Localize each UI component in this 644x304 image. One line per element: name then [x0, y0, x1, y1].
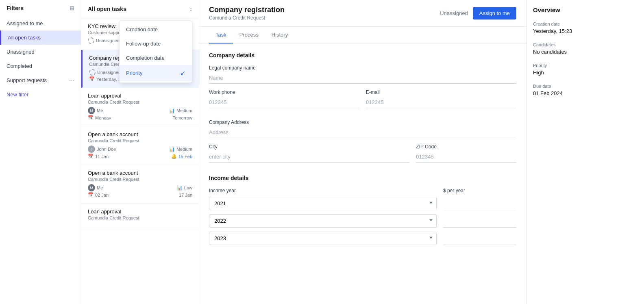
income-year-select-2021[interactable]: 2021 2022 2023 — [209, 197, 437, 210]
sidebar-item-assigned-to-me[interactable]: Assigned to me — [0, 16, 81, 30]
income-amount-2022[interactable] — [443, 215, 516, 228]
task-item-open-bank-account-1[interactable]: Open a bank account Camundia Credit Requ… — [81, 126, 199, 165]
sort-icon[interactable]: ↕ — [189, 6, 192, 12]
label-address: Company Address — [209, 119, 516, 125]
sidebar-title: Filters — [7, 5, 24, 11]
input-email[interactable] — [366, 97, 516, 108]
sidebar-item-unassigned[interactable]: Unassigned — [0, 45, 81, 59]
calendar-icon: 📅 — [88, 115, 94, 120]
task-date: Monday — [95, 115, 111, 120]
unassigned-circle-icon — [88, 37, 94, 44]
task-item-open-bank-account-2[interactable]: Open a bank account Camundia Credit Requ… — [81, 165, 199, 204]
income-year-select-wrapper-2022: 2021 2022 2023 — [209, 214, 437, 228]
task-priority: Medium — [176, 147, 192, 152]
income-amount-2021[interactable] — [443, 197, 516, 210]
calendar-icon: 📅 — [89, 76, 95, 82]
tab-history[interactable]: History — [265, 27, 294, 43]
company-details-title: Company details — [209, 52, 516, 59]
per-year-label: $ per year — [443, 188, 516, 193]
task-due-date: 17 Jan — [179, 193, 192, 198]
input-work-phone[interactable] — [209, 97, 359, 108]
form-group-company-name: Legal company name — [209, 65, 516, 84]
task-assignee-row: M Me — [88, 184, 103, 191]
input-city[interactable] — [209, 151, 409, 163]
task-priority: Low — [184, 185, 192, 190]
sidebar-item-support-requests[interactable]: Support requests ⋯ — [0, 73, 81, 87]
sidebar-item-completed[interactable]: Completed — [0, 59, 81, 73]
task-priority-row: 📊 Medium — [169, 108, 192, 113]
task-list-title: All open tasks — [88, 6, 126, 12]
tab-process[interactable]: Process — [233, 27, 265, 43]
task-subtitle: Camundia Credit Request — [88, 100, 192, 104]
unassigned-circle-icon — [89, 69, 96, 76]
task-subtitle: Camundia Credit Request — [88, 138, 192, 143]
form-row-phone-email: Work phone E-mail — [209, 89, 516, 114]
task-item-loan-approval-2[interactable]: Loan approval Camundia Credit Request — [81, 204, 199, 228]
overview-item-priority: Priority High — [533, 63, 637, 76]
sort-dropdown: Creation date Follow-up date Completion … — [119, 20, 192, 83]
task-subtitle: Camundia Credit Request — [88, 215, 192, 220]
task-item-loan-approval-1[interactable]: Loan approval Camundia Credit Request M … — [81, 88, 199, 126]
income-row-2023: 2021 2022 2023 — [209, 232, 516, 245]
task-assignee-row: Unassigned — [89, 69, 121, 76]
sidebar: Filters ⊞ Assigned to me All open tasks … — [0, 0, 81, 304]
overview-value-creation: Yesterday, 15:23 — [533, 28, 637, 34]
task-assignee-row: Unassigned — [88, 37, 120, 44]
priority-icon: 📊 — [169, 147, 175, 152]
task-due-date-row: 17 Jan — [179, 193, 192, 198]
task-title: Loan approval — [88, 208, 192, 215]
task-assignee-row: M Me — [88, 107, 103, 114]
sidebar-header: Filters ⊞ — [0, 5, 81, 16]
sort-follow-up-date[interactable]: Follow-up date — [120, 37, 192, 51]
cursor-icon: ↙ — [180, 69, 185, 77]
label-zip: ZIP Code — [416, 144, 516, 150]
sort-creation-date[interactable]: Creation date — [120, 22, 192, 37]
input-address[interactable] — [209, 127, 516, 138]
income-year-select-wrapper-2021: 2021 2022 2023 — [209, 197, 437, 210]
sort-priority[interactable]: Priority ↙ — [120, 65, 192, 81]
income-header-row: Income year $ per year — [209, 188, 516, 193]
main-subtitle: Camundia Credit Request — [209, 15, 285, 21]
task-assignee-row: J John Doe — [88, 145, 116, 153]
user-icon: M — [88, 107, 95, 114]
sidebar-item-new-filter[interactable]: New filter — [0, 87, 81, 102]
task-assignee: Me — [97, 108, 103, 113]
task-due-date-row: 🔔 15 Feb — [171, 154, 192, 159]
task-priority-row: 📊 Medium — [169, 147, 192, 152]
task-date-row: 📅 11 Jan — [88, 154, 109, 159]
task-due-date-row: Tomorrow — [173, 115, 192, 120]
main-header: Company registration Camundia Credit Req… — [199, 0, 526, 27]
task-title: Open a bank account — [88, 131, 192, 137]
input-zip[interactable] — [416, 151, 516, 163]
main-header-left: Company registration Camundia Credit Req… — [209, 6, 285, 21]
task-assignee: Me — [97, 185, 103, 190]
form-group-city: City — [209, 144, 409, 163]
overview-label-priority: Priority — [533, 63, 637, 68]
tab-task[interactable]: Task — [209, 27, 233, 43]
income-amount-2023[interactable] — [443, 232, 516, 245]
task-list: All open tasks ↕ Creation date Follow-up… — [81, 0, 199, 304]
main-content: Company registration Camundia Credit Req… — [199, 0, 526, 304]
sort-completion-date[interactable]: Completion date — [120, 51, 192, 65]
form-row-city-zip: City ZIP Code — [209, 144, 516, 168]
task-meta-row2: 📅 02 Jan 17 Jan — [88, 192, 192, 198]
sidebar-item-all-open-tasks[interactable]: All open tasks — [0, 30, 81, 45]
task-assignee: Unassigned — [96, 38, 120, 43]
label-email: E-mail — [366, 89, 516, 95]
calendar-icon: 📅 — [88, 192, 94, 198]
assign-to-me-button[interactable]: Assign to me — [473, 7, 516, 20]
income-year-select-2023[interactable]: 2021 2022 2023 — [209, 232, 437, 245]
income-row-2022: 2021 2022 2023 — [209, 214, 516, 228]
income-year-select-2022[interactable]: 2021 2022 2023 — [209, 214, 437, 228]
income-details-title: Income details — [209, 175, 516, 181]
income-year-label: Income year — [209, 188, 437, 193]
task-priority: Medium — [176, 108, 192, 113]
task-title: Loan approval — [88, 93, 192, 99]
overview-item-candidates: Candidates No candidates — [533, 42, 637, 55]
user-icon: J — [88, 145, 95, 153]
main-title: Company registration — [209, 6, 285, 14]
main-header-right: Unassigned Assign to me — [440, 7, 516, 20]
input-company-name[interactable] — [209, 72, 516, 84]
user-icon: M — [88, 184, 95, 191]
tabs: Task Process History — [199, 27, 526, 44]
